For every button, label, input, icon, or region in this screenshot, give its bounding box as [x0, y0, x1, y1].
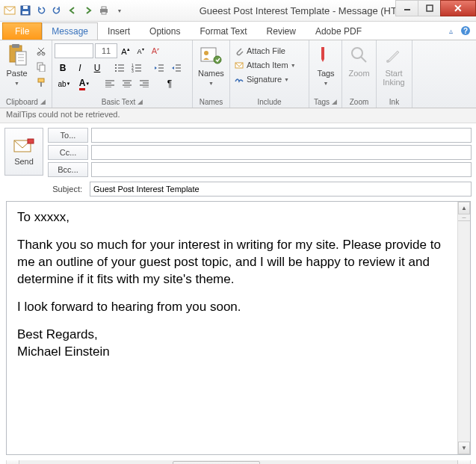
app-icon[interactable] — [2, 3, 17, 18]
cc-input[interactable] — [91, 145, 472, 160]
align-center-icon[interactable] — [119, 76, 135, 91]
scroll-left-icon[interactable]: ◀ — [7, 460, 19, 464]
paste-label: Paste — [6, 69, 27, 78]
send-button[interactable]: Send — [4, 128, 43, 176]
tags-button[interactable]: Tags▼ — [312, 42, 340, 88]
clear-format-icon[interactable]: Aʳ — [149, 43, 162, 58]
tags-launcher-icon[interactable]: ◢ — [332, 98, 337, 105]
basic-text-label: Basic Text — [102, 98, 135, 106]
increase-indent-icon[interactable] — [168, 61, 185, 75]
font-name-input[interactable] — [55, 43, 93, 58]
svg-point-60 — [386, 60, 389, 63]
group-tags: Tags▼ Tags◢ — [309, 40, 342, 108]
scroll-down-icon[interactable]: ▼ — [458, 442, 470, 454]
file-tab[interactable]: File — [2, 22, 42, 40]
maximize-button[interactable] — [418, 0, 440, 16]
svg-line-59 — [361, 57, 366, 62]
svg-text:3: 3 — [132, 69, 134, 72]
numbering-icon[interactable]: 123 — [129, 61, 145, 75]
italic-icon[interactable]: I — [72, 61, 88, 75]
zoom-button[interactable]: Zoom — [344, 42, 374, 79]
cut-icon[interactable] — [33, 43, 49, 58]
font-size-input[interactable] — [95, 43, 117, 58]
body-paragraph-1: Thank you so much for your interest in w… — [17, 237, 447, 288]
bullets-icon[interactable] — [111, 61, 128, 75]
svg-rect-5 — [102, 7, 106, 9]
hscroll-thumb[interactable] — [173, 461, 260, 464]
names-group-label: Names — [200, 98, 223, 106]
scroll-up-icon[interactable]: ▲ — [458, 202, 470, 214]
hscroll-track[interactable] — [19, 460, 457, 464]
quick-access-toolbar: ▼ — [0, 3, 127, 18]
shrink-font-icon[interactable]: A▾ — [134, 43, 147, 58]
save-icon[interactable] — [18, 3, 33, 18]
tags-label: Tags — [317, 69, 334, 78]
format-painter-icon[interactable] — [33, 75, 49, 90]
minimize-ribbon-icon[interactable]: ▵ — [445, 25, 457, 37]
highlight-icon[interactable]: ab▼ — [55, 76, 74, 91]
title-bar: ▼ Gueest Post Interest Template - Messag… — [0, 0, 476, 22]
scroll-right-icon[interactable]: ▶ — [457, 460, 470, 464]
ink-group-label: Ink — [389, 98, 399, 106]
horizontal-scrollbar[interactable]: ◀ ▶ — [6, 460, 471, 464]
subject-input[interactable] — [90, 182, 472, 197]
message-body-container: To xxxxx, Thank you so much for your int… — [6, 201, 471, 455]
help-icon[interactable]: ? — [460, 25, 472, 37]
paragraph-mark-icon[interactable]: ¶ — [161, 76, 178, 91]
tab-options[interactable]: Options — [140, 22, 190, 40]
bcc-button[interactable]: Bcc... — [48, 162, 88, 177]
bold-icon[interactable]: B — [55, 61, 71, 75]
names-button[interactable]: Names▼ — [195, 42, 227, 88]
attach-item-label: Attach Item — [247, 61, 288, 69]
redo-icon[interactable] — [49, 3, 64, 18]
to-button[interactable]: To... — [48, 128, 88, 143]
next-icon[interactable] — [81, 3, 96, 18]
svg-rect-22 — [40, 82, 42, 87]
underline-icon[interactable]: U — [89, 61, 105, 75]
scroll-split-icon[interactable]: ─ — [458, 215, 470, 221]
font-color-icon[interactable]: A▼ — [75, 76, 94, 91]
svg-rect-57 — [321, 47, 324, 59]
body-closing: Best Regards, — [17, 327, 98, 341]
decrease-indent-icon[interactable] — [151, 61, 167, 75]
ribbon: Paste▼ Clipboard◢ A▴ A▾ Aʳ B I U — [0, 40, 476, 108]
paste-button[interactable]: Paste▼ — [2, 42, 31, 88]
group-basic-text: A▴ A▾ Aʳ B I U 123 ab▼ A▼ — [52, 40, 193, 108]
tab-insert[interactable]: Insert — [98, 22, 140, 40]
message-body[interactable]: To xxxxx, Thank you so much for your int… — [7, 202, 457, 454]
copy-icon[interactable] — [33, 59, 49, 74]
tab-format-text[interactable]: Format Text — [190, 22, 256, 40]
group-include: Attach File Attach Item ▼ Signature ▼ In… — [230, 40, 309, 108]
print-icon[interactable] — [96, 3, 111, 18]
previous-icon[interactable] — [65, 3, 80, 18]
qat-customize-icon[interactable]: ▼ — [112, 3, 127, 18]
align-right-icon[interactable] — [136, 76, 152, 91]
cc-button[interactable]: Cc... — [48, 145, 88, 160]
tab-message[interactable]: Message — [42, 22, 98, 40]
tab-adobe-pdf[interactable]: Adobe PDF — [306, 22, 371, 40]
clipboard-launcher-icon[interactable]: ◢ — [40, 98, 46, 105]
group-names: Names▼ Names — [193, 40, 230, 108]
body-signature: Michael Einstein — [17, 344, 110, 359]
vertical-scrollbar[interactable]: ▲ ─ ▼ — [457, 202, 470, 454]
undo-icon[interactable] — [34, 3, 49, 18]
svg-rect-12 — [12, 44, 19, 48]
grow-font-icon[interactable]: A▴ — [119, 43, 132, 58]
signature-button[interactable]: Signature ▼ — [232, 73, 291, 85]
attach-file-button[interactable]: Attach File — [232, 45, 287, 57]
svg-text:?: ? — [463, 27, 468, 35]
svg-rect-20 — [40, 65, 45, 72]
svg-rect-21 — [38, 78, 44, 82]
svg-point-58 — [352, 48, 362, 58]
to-input[interactable] — [91, 128, 472, 143]
basic-text-launcher-icon[interactable]: ◢ — [137, 98, 143, 105]
svg-point-54 — [204, 51, 208, 55]
attach-item-button[interactable]: Attach Item ▼ — [232, 59, 297, 71]
tab-review[interactable]: Review — [257, 22, 306, 40]
minimize-button[interactable] — [395, 0, 418, 16]
align-left-icon[interactable] — [102, 76, 118, 91]
start-inking-button[interactable]: Start Inking — [379, 42, 409, 88]
bcc-input[interactable] — [91, 162, 472, 177]
close-button[interactable]: ✕ — [440, 0, 476, 16]
zoom-group-label: Zoom — [350, 98, 369, 106]
